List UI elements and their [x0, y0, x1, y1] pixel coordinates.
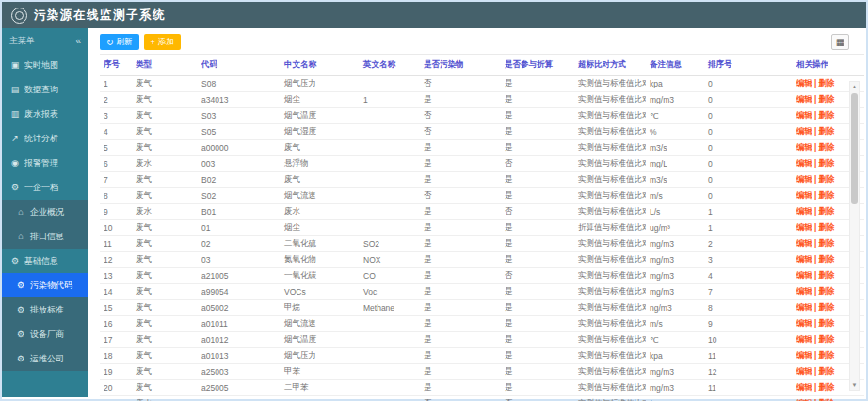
delete-link[interactable]: 删除: [818, 270, 834, 280]
cell-index: 6: [100, 156, 132, 172]
cell-code: 001: [198, 396, 281, 401]
edit-link[interactable]: 编辑: [796, 270, 812, 280]
sidebar-item-one-enterprise-one-file[interactable]: ⚙一企一档: [2, 175, 88, 200]
sidebar-item-operation-company[interactable]: ⚙运维公司: [2, 346, 88, 371]
column-header-in_conversion[interactable]: 是否参与折算: [501, 55, 574, 76]
edit-link[interactable]: 编辑: [796, 366, 812, 376]
cell-code: B02: [198, 172, 281, 188]
sidebar-item-realtime-map[interactable]: ▣实时地图: [2, 53, 88, 77]
sidebar-item-data-query[interactable]: ▤数据查询: [2, 77, 88, 102]
delete-link[interactable]: 删除: [818, 334, 834, 344]
delete-link[interactable]: 删除: [818, 382, 834, 392]
edit-link[interactable]: 编辑: [796, 286, 812, 296]
sidebar-item-basic-info[interactable]: ⚙基础信息: [2, 249, 88, 273]
edit-link[interactable]: 编辑: [796, 174, 812, 184]
sidebar-item-label: 基础信息: [24, 255, 58, 267]
cell-sort_no: 1: [704, 220, 793, 236]
delete-link[interactable]: 删除: [818, 174, 834, 184]
delete-link[interactable]: 删除: [818, 222, 834, 232]
edit-link[interactable]: 编辑: [796, 254, 812, 264]
chart-icon: ↗: [10, 134, 20, 143]
refresh-button[interactable]: ↻ 刷新: [100, 34, 139, 50]
edit-link[interactable]: 编辑: [796, 126, 812, 136]
delete-link[interactable]: 删除: [818, 142, 834, 152]
sidebar-item-emission-standard[interactable]: ⚙排放标准: [2, 297, 88, 322]
cell-cn_name: 烟气流速: [281, 316, 360, 332]
delete-link[interactable]: 删除: [818, 206, 834, 216]
edit-link[interactable]: 编辑: [796, 94, 812, 104]
edit-link[interactable]: 编辑: [796, 142, 812, 152]
column-header-index[interactable]: 序号: [100, 55, 132, 76]
column-header-cn_name[interactable]: 中文名称: [281, 55, 360, 76]
sidebar-item-statistics-analysis[interactable]: ↗统计分析: [2, 126, 88, 151]
scroll-up-icon[interactable]: ▲: [850, 82, 859, 91]
column-header-is_pollutant[interactable]: 是否污染物: [420, 55, 501, 76]
delete-link[interactable]: 删除: [818, 366, 834, 376]
cell-compare_method: 实测值与标准值比对: [574, 380, 646, 396]
sidebar-item-enterprise-overview[interactable]: ⌂企业概况: [2, 200, 88, 224]
delete-link[interactable]: 删除: [818, 158, 834, 168]
delete-link[interactable]: 删除: [818, 318, 834, 328]
edit-link[interactable]: 编辑: [796, 350, 812, 360]
sidebar-item-alarm-management[interactable]: ◉报警管理: [2, 151, 88, 175]
cell-type: 废气: [132, 92, 198, 108]
cell-cn_name: 废气: [281, 140, 360, 156]
sidebar-header-label: 主菜单: [9, 35, 35, 47]
column-header-operations[interactable]: 相关操作: [793, 55, 864, 76]
sidebar-collapse-icon[interactable]: «: [75, 36, 81, 46]
column-header-code[interactable]: 代码: [198, 55, 281, 76]
cell-type: 废气: [132, 380, 198, 396]
cell-sort_no: 0: [704, 172, 793, 188]
delete-link[interactable]: 删除: [818, 78, 834, 88]
column-header-remark[interactable]: 备注信息: [646, 55, 704, 76]
table-header-row: 序号类型代码中文名称英文名称是否污染物是否参与折算超标比对方式备注信息排序号相关…: [100, 55, 864, 76]
cell-is_pollutant: 是: [420, 284, 501, 300]
cell-in_conversion: 是: [501, 348, 574, 364]
table-row: 19废气a25003甲苯是是实测值与标准值比对mg/m312编辑|删除: [100, 364, 864, 380]
table-row: 8废气S02烟气流速否是实测值与标准值比对m/s0编辑|删除: [100, 188, 864, 204]
edit-link[interactable]: 编辑: [796, 302, 812, 312]
scrollbar-thumb[interactable]: [851, 93, 858, 204]
edit-link[interactable]: 编辑: [796, 334, 812, 344]
column-header-en_name[interactable]: 英文名称: [360, 55, 420, 76]
delete-link[interactable]: 删除: [818, 110, 834, 120]
column-header-sort_no[interactable]: 排序号: [704, 55, 793, 76]
edit-link[interactable]: 编辑: [796, 222, 812, 232]
edit-link[interactable]: 编辑: [796, 206, 812, 216]
sidebar-header: 主菜单 «: [2, 28, 88, 53]
delete-link[interactable]: 删除: [818, 286, 834, 296]
cell-compare_method: 实测值与标准值比对: [574, 92, 646, 108]
cogs-icon: ⚙: [16, 329, 25, 339]
delete-link[interactable]: 删除: [818, 302, 834, 312]
delete-link[interactable]: 删除: [818, 238, 834, 248]
table-scrollbar[interactable]: ▲ ▼: [849, 81, 860, 391]
delete-link[interactable]: 删除: [818, 94, 834, 104]
delete-link[interactable]: 删除: [818, 254, 834, 264]
cell-en_name: SO2: [360, 236, 420, 252]
edit-link[interactable]: 编辑: [796, 110, 812, 120]
cell-in_conversion: 是: [501, 300, 574, 316]
sidebar-item-pollutant-code[interactable]: ⚙污染物代码: [2, 273, 88, 297]
cell-in_conversion: 是: [501, 364, 574, 380]
delete-link[interactable]: 删除: [818, 126, 834, 136]
sidebar-item-outlet-info[interactable]: ⌂排口信息: [2, 224, 88, 249]
edit-link[interactable]: 编辑: [796, 190, 812, 200]
sidebar-item-wastewater-report[interactable]: ▥废水报表: [2, 102, 88, 126]
edit-link[interactable]: 编辑: [796, 382, 812, 392]
delete-link[interactable]: 删除: [818, 190, 834, 200]
edit-link[interactable]: 编辑: [796, 158, 812, 168]
cell-remark: mg/m3: [646, 380, 704, 396]
add-button[interactable]: + 添加: [144, 34, 181, 50]
edit-link[interactable]: 编辑: [796, 78, 812, 88]
edit-link[interactable]: 编辑: [796, 238, 812, 248]
column-settings-button[interactable]: ▦: [831, 34, 849, 50]
operation-separator: |: [814, 126, 816, 136]
delete-link[interactable]: 删除: [818, 350, 834, 360]
sidebar-item-label: 排放标准: [30, 304, 64, 316]
scroll-down-icon[interactable]: ▼: [850, 380, 859, 390]
sidebar-item-equipment-vendor[interactable]: ⚙设备厂商: [2, 322, 88, 346]
column-header-compare_method[interactable]: 超标比对方式: [574, 55, 646, 76]
database-icon: ▤: [10, 85, 20, 94]
column-header-type[interactable]: 类型: [132, 55, 198, 76]
edit-link[interactable]: 编辑: [796, 318, 812, 328]
